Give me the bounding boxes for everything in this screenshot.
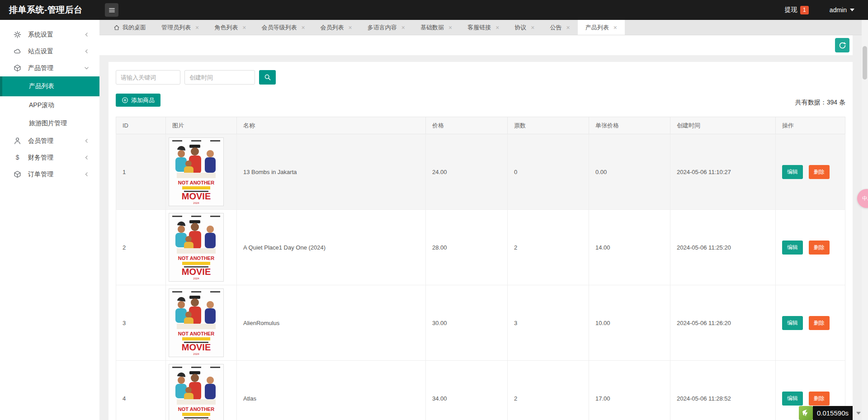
header-tickets: 票数 [508,117,589,134]
add-product-button[interactable]: 添加商品 [116,94,160,107]
table-header-row: ID 图片 名称 价格 票数 单张价格 创建时间 操作 [116,117,845,134]
cell-image: NOT ANOTHER MOVIE 2024 [166,361,237,420]
site-icon [14,47,21,55]
svg-text:NOT ANOTHER: NOT ANOTHER [178,180,214,185]
user-menu[interactable]: admin [830,6,854,14]
tab-close-icon[interactable]: × [349,24,352,31]
app-title: 排单系统-管理后台 [0,4,98,16]
plus-circle-icon [122,97,128,104]
header-actions: 操作 [776,117,845,134]
svg-text:NOT ANOTHER: NOT ANOTHER [178,255,214,261]
cell-id: 3 [116,285,166,361]
sidebar-item[interactable]: 会员管理 [0,132,99,149]
svg-text:NOT ANOTHER: NOT ANOTHER [178,406,214,412]
scrollbar-thumb[interactable] [863,46,867,80]
sidebar-item-label: 财务管理 [28,154,53,162]
tab-close-icon[interactable]: × [613,24,617,31]
edit-button[interactable]: 编辑 [782,316,803,330]
tab-close-icon[interactable]: × [448,24,452,31]
table-row: 1 NOT ANOTHER MOVIE [116,134,845,210]
search-icon [264,74,271,81]
tab-item[interactable]: 管理员列表 × [154,20,207,35]
cell-actions: 编辑 删除 [776,285,845,361]
thinkphp-logo-button[interactable] [799,406,813,420]
edit-button[interactable]: 编辑 [782,165,803,179]
page-load-time-badge: 0.015590s [813,406,853,420]
tab-close-icon[interactable]: × [495,24,499,31]
tab-item[interactable]: 基础数据 × [413,20,460,35]
cell-tickets: 0 [508,134,589,210]
user-icon [14,137,21,145]
tab-close-icon[interactable]: × [195,24,199,31]
keyword-input[interactable] [116,70,180,85]
header-created: 创建时间 [670,117,776,134]
tab-close-icon[interactable]: × [566,24,570,31]
sidebar-item[interactable]: 订单管理 [0,166,99,183]
delete-button[interactable]: 删除 [809,241,830,255]
sidebar-subitem[interactable]: 产品列表 [0,76,99,96]
translate-widget-label: 中A [862,195,868,203]
cell-price: 34.00 [426,361,508,420]
table-row: 3 NOT ANOTHER MOVIE [116,285,845,361]
sidebar-subitem-label: 旅游图片管理 [29,119,67,127]
sidebar-item[interactable]: 站点设置 [0,43,99,60]
chevron-icon [84,155,90,160]
edit-button[interactable]: 编辑 [782,241,803,255]
sidebar-item-label: 订单管理 [28,170,53,179]
cell-tickets: 2 [508,361,589,420]
tab-label: 协议 [514,24,526,32]
tab-close-icon[interactable]: × [401,24,405,31]
add-product-label: 添加商品 [131,96,155,104]
cell-name: Atlas [237,361,426,420]
product-poster-image: NOT ANOTHER MOVIE 2024 [169,288,224,357]
tab-item[interactable]: 产品列表 × [578,20,625,35]
tab-item[interactable]: 会员列表 × [313,20,360,35]
svg-text:2024: 2024 [193,277,199,280]
sidebar-item[interactable]: 系统设置 [0,26,99,43]
tab-close-icon[interactable]: × [531,24,534,31]
sidebar-item-label: 会员管理 [28,137,53,145]
tab-item[interactable]: 客服链接 × [460,20,507,35]
sidebar-subitem[interactable]: 旅游图片管理 [0,114,99,132]
main-area: 我的桌面 管理员列表 × 角色列表 × 会员等级列表 × 会员列表 × 多语言内… [99,20,868,420]
tab-item[interactable]: 协议 × [507,20,542,35]
vertical-scrollbar[interactable] [862,20,868,420]
sidebar-item-label: 产品管理 [28,64,53,72]
refresh-button[interactable] [835,38,849,52]
edit-button[interactable]: 编辑 [782,392,803,406]
search-button[interactable] [259,70,276,85]
svg-text:MOVIE: MOVIE [182,418,211,420]
tab-item[interactable]: 多语言内容 × [360,20,413,35]
cell-name: 13 Bombs in Jakarta [237,134,426,210]
sidebar-subitem[interactable]: APP滚动 [0,96,99,114]
cell-id: 2 [116,210,166,285]
cell-id: 1 [116,134,166,210]
chevron-icon [84,138,90,144]
tab-item[interactable]: 公告 × [542,20,578,35]
cell-id: 4 [116,361,166,420]
content-toolbar [99,35,853,55]
tab-item[interactable]: 会员等级列表 × [254,20,312,35]
svg-text:MOVIE: MOVIE [182,342,211,352]
tab-item[interactable]: 我的桌面 [106,20,154,35]
hamburger-icon [108,7,115,14]
debug-caret-icon[interactable] [856,412,861,415]
create-time-input[interactable] [184,70,255,85]
sidebar-item[interactable]: 财务管理 [0,149,99,166]
sidebar-item[interactable]: 产品管理 [0,60,99,76]
tab-bar: 我的桌面 管理员列表 × 角色列表 × 会员等级列表 × 会员列表 × 多语言内… [99,20,868,35]
tab-item[interactable]: 角色列表 × [207,20,254,35]
withdraw-link[interactable]: 提现 [785,6,797,14]
delete-button[interactable]: 删除 [809,316,830,330]
tab-close-icon[interactable]: × [301,24,305,31]
delete-button[interactable]: 删除 [809,165,830,179]
debug-toolbar: 0.015590s [799,406,861,420]
cube-icon [14,64,21,72]
tab-close-icon[interactable]: × [242,24,246,31]
chevron-icon [84,32,90,38]
sidebar-item-label: 系统设置 [28,31,53,39]
chevron-down-icon [850,9,854,11]
sidebar-toggle-button[interactable] [105,3,118,17]
cell-image: NOT ANOTHER MOVIE 2024 [166,210,237,285]
delete-button[interactable]: 删除 [809,392,830,406]
